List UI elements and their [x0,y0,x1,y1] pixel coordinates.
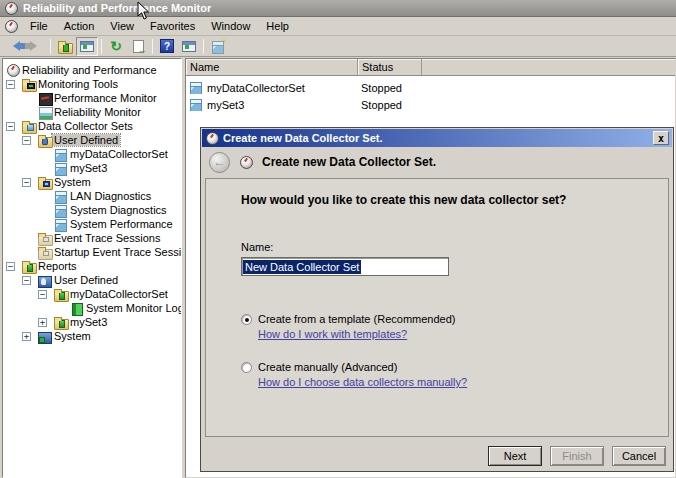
tree-item-label[interactable]: Data Collector Sets [36,120,135,132]
help-link[interactable]: How do I work with templates? [258,328,407,340]
tree-item[interactable]: System Performance [3,217,181,231]
tree-item-label[interactable]: User Defined [52,134,120,146]
tree-item[interactable]: Reliability and Performance [3,63,181,77]
toolbar-separator [152,39,153,54]
tree-item-label[interactable]: Event Trace Sessions [52,232,162,244]
tree-item[interactable]: − myDataCollectorSet [3,287,181,301]
cancel-button[interactable]: Cancel [612,446,666,466]
tree-item[interactable]: − Data Collector Sets [3,119,181,133]
tree-item-icon [22,120,36,133]
tree-item[interactable]: − System [3,175,181,189]
window-titlebar[interactable]: Reliability and Performance Monitor [0,0,676,17]
tree-expander[interactable]: − [6,122,15,131]
radio-label[interactable]: Create from a template (Recommended) [258,313,455,325]
column-header-status[interactable]: Status [358,59,422,75]
tree-expander[interactable]: − [22,178,31,187]
radio-label[interactable]: Create manually (Advanced) [258,361,397,373]
tree-item-label[interactable]: System [52,330,93,342]
next-button[interactable]: Next [488,446,542,466]
list-row-status: Stopped [355,99,402,111]
tree-item[interactable]: Reliability Monitor [3,105,181,119]
show-console-tree-folder-icon[interactable] [54,37,76,56]
wizard-option: Create manually (Advanced) How do I choo… [241,361,640,388]
tree-item-icon [54,204,68,217]
export-list-icon[interactable] [127,37,149,56]
tree-item[interactable]: Event Trace Sessions [3,231,181,245]
tree-item-label[interactable]: Reports [36,260,79,272]
tree-item[interactable]: System Monitor Log [3,301,181,315]
tree-item-label[interactable]: Startup Event Trace Session [52,246,182,258]
tree-item-label[interactable]: LAN Diagnostics [68,190,153,202]
back-arrow-icon[interactable] [3,37,25,56]
tree-item-label[interactable]: System Performance [68,218,175,230]
menu-item[interactable]: Window [203,18,258,34]
tree-item-icon [38,106,52,119]
tree-item[interactable]: − Reports [3,259,181,273]
tree-item-icon [38,330,52,343]
tree-expander[interactable]: − [6,80,15,89]
menu-item[interactable]: Action [56,18,103,34]
tree-item[interactable]: Startup Event Trace Session [3,245,181,259]
tree-item-label[interactable]: Performance Monitor [52,92,159,104]
tree-item-icon [38,246,52,259]
dialog-title: Create new Data Collector Set. [223,132,383,144]
tree-item[interactable]: − User Defined [3,133,181,147]
name-input-selected-text: New Data Collector Set [243,260,361,274]
tree-item-label[interactable]: Reliability and Performance [20,64,159,76]
tree-item-label[interactable]: mySet3 [68,316,109,328]
tree-expander[interactable]: − [6,262,15,271]
tree-item-icon [38,232,52,245]
new-data-collector-cube-icon[interactable] [207,37,229,56]
tree-item-label[interactable]: User Defined [52,274,120,286]
tree-item-label[interactable]: mySet3 [68,162,109,174]
forward-arrow-icon[interactable] [25,37,47,56]
tree-expander[interactable]: + [22,332,31,341]
finish-button: Finish [550,446,604,466]
menu-item[interactable]: Help [258,18,297,34]
list-row[interactable]: mySet3 Stopped [186,96,675,113]
tree-item[interactable]: + mySet3 [3,315,181,329]
list-row[interactable]: myDataCollectorSet Stopped [186,79,675,96]
tree-item[interactable]: − Monitoring Tools [3,77,181,91]
tree-expander[interactable]: + [38,318,47,327]
name-input[interactable]: New Data Collector Set [241,257,449,276]
column-header-name[interactable]: Name [186,59,358,75]
console-window-icon[interactable] [76,37,98,56]
tree-item-label[interactable]: System [52,176,93,188]
tree-item-label[interactable]: Reliability Monitor [52,106,143,118]
tree-expander[interactable]: − [22,276,31,285]
menu-item[interactable]: Favorites [142,18,203,34]
radio-button[interactable] [241,362,252,373]
tree-expander[interactable]: − [38,290,47,299]
tree-item[interactable]: LAN Diagnostics [3,189,181,203]
window-title: Reliability and Performance Monitor [23,2,211,14]
show-window-icon[interactable] [178,37,200,56]
tree-item[interactable]: myDataCollectorSet [3,147,181,161]
help-link[interactable]: How do I choose data collectors manually… [258,376,467,388]
mouse-cursor [137,1,150,22]
radio-button[interactable] [241,314,252,325]
tree-item-label[interactable]: System Diagnostics [68,204,169,216]
tree-item-label[interactable]: System Monitor Log [84,302,182,314]
tree-item[interactable]: System Diagnostics [3,203,181,217]
help-icon[interactable]: ? [156,37,178,56]
tree-item-label[interactable]: Monitoring Tools [36,78,120,90]
console-tree-pane[interactable]: Reliability and Performance − Monitoring… [2,58,182,478]
refresh-icon[interactable]: ↻ [105,37,127,56]
dialog-titlebar[interactable]: Create new Data Collector Set. x [202,129,672,147]
app-gauge-icon [4,2,18,15]
tree-item-icon [54,218,68,231]
menu-item[interactable]: File [22,18,56,34]
back-button[interactable]: ← [209,152,230,173]
tree-item-label[interactable]: myDataCollectorSet [68,148,170,160]
tree-item[interactable]: + System [3,329,181,343]
column-header-filler [422,59,675,75]
tree-item[interactable]: mySet3 [3,161,181,175]
close-icon[interactable]: x [653,131,669,145]
tree-expander[interactable]: − [22,136,31,145]
app-window: Reliability and Performance Monitor File… [0,0,676,478]
tree-item[interactable]: Performance Monitor [3,91,181,105]
tree-item-label[interactable]: myDataCollectorSet [68,288,170,300]
tree-item[interactable]: − User Defined [3,273,181,287]
tree-item-icon [54,162,68,175]
